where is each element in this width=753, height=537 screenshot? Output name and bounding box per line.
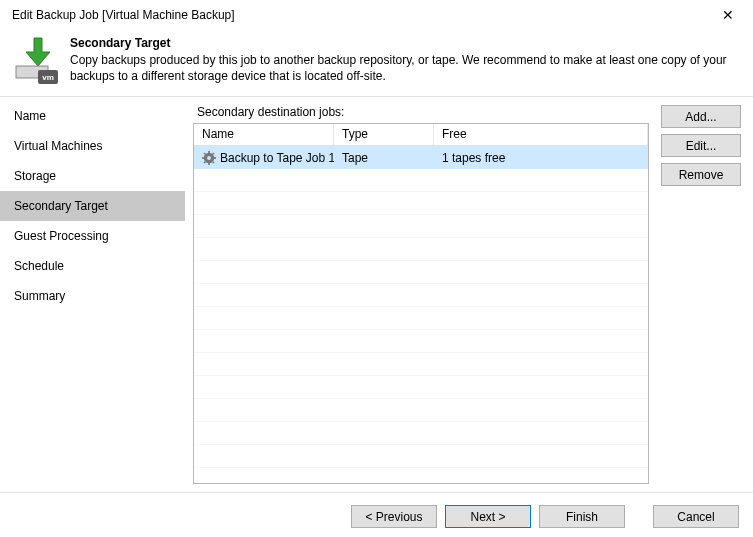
page-description: Copy backups produced by this job to ano… [70, 52, 741, 84]
wizard-nav: Name Virtual Machines Storage Secondary … [0, 97, 185, 492]
previous-button[interactable]: < Previous [351, 505, 437, 528]
cancel-button[interactable]: Cancel [653, 505, 739, 528]
gear-icon [202, 151, 216, 165]
add-button[interactable]: Add... [661, 105, 741, 128]
nav-item-secondary-target[interactable]: Secondary Target [0, 191, 185, 221]
remove-button[interactable]: Remove [661, 163, 741, 186]
window-title: Edit Backup Job [Virtual Machine Backup] [12, 8, 235, 22]
cell-free: 1 tapes free [434, 151, 648, 165]
column-header-name[interactable]: Name [194, 124, 334, 145]
svg-point-4 [207, 156, 211, 160]
column-header-type[interactable]: Type [334, 124, 434, 145]
page-title: Secondary Target [70, 36, 741, 50]
next-button[interactable]: Next > [445, 505, 531, 528]
cell-name: Backup to Tape Job 1 [220, 151, 334, 165]
list-header: Name Type Free [194, 124, 648, 146]
nav-item-summary[interactable]: Summary [0, 281, 185, 311]
svg-text:vm: vm [42, 73, 54, 82]
wizard-step-icon: vm [12, 36, 60, 84]
list-row[interactable]: Backup to Tape Job 1 Tape 1 tapes free [194, 146, 648, 169]
svg-rect-5 [208, 151, 210, 154]
svg-rect-6 [208, 162, 210, 165]
secondary-jobs-list[interactable]: Name Type Free [193, 123, 649, 484]
nav-item-virtual-machines[interactable]: Virtual Machines [0, 131, 185, 161]
finish-button[interactable]: Finish [539, 505, 625, 528]
cell-type: Tape [334, 151, 434, 165]
list-label: Secondary destination jobs: [197, 105, 649, 119]
nav-item-name[interactable]: Name [0, 101, 185, 131]
column-header-free[interactable]: Free [434, 124, 648, 145]
svg-rect-7 [202, 157, 205, 159]
edit-button[interactable]: Edit... [661, 134, 741, 157]
nav-item-schedule[interactable]: Schedule [0, 251, 185, 281]
close-icon[interactable]: ✕ [713, 0, 743, 30]
svg-rect-8 [213, 157, 216, 159]
nav-item-storage[interactable]: Storage [0, 161, 185, 191]
nav-item-guest-processing[interactable]: Guest Processing [0, 221, 185, 251]
